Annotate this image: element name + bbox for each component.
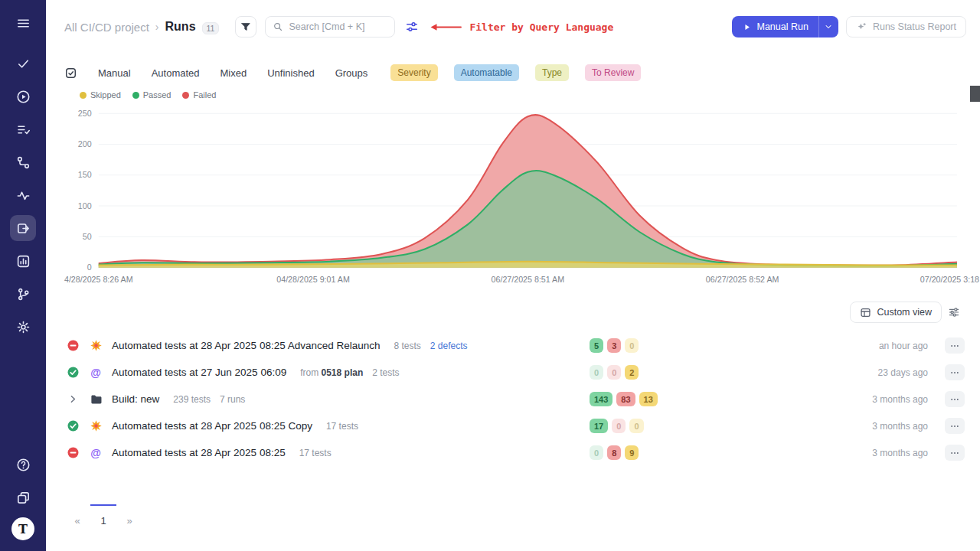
play-circle-icon (16, 90, 31, 104)
badge-green: 5 (590, 338, 603, 353)
run-title[interactable]: Automated tests at 28 Apr 2025 08:25 Cop… (112, 420, 312, 432)
runs-count-badge: 11 (202, 22, 220, 34)
sidebar-item-ci-runs[interactable] (10, 215, 36, 241)
result-badges: 089 (590, 445, 680, 460)
sidebar-item-runs[interactable] (10, 83, 36, 109)
export-icon (16, 221, 31, 236)
sidebar-item-tests[interactable] (10, 51, 36, 77)
search-input[interactable]: Search [Cmd + K] (265, 16, 395, 37)
badge-yellow: 13 (639, 392, 658, 406)
run-timestamp: 3 months ago (686, 421, 939, 432)
manual-run-dropdown-button[interactable] (818, 16, 838, 37)
sidebar-item-projects[interactable] (10, 484, 36, 510)
svg-text:200: 200 (78, 139, 92, 148)
manual-run-button[interactable]: Manual Run (732, 16, 818, 37)
sidebar-item-branches[interactable] (10, 281, 36, 307)
app-logo[interactable]: T (11, 517, 34, 540)
sidebar-item-menu[interactable] (10, 10, 36, 36)
manual-run-label: Manual Run (757, 21, 808, 32)
run-title[interactable]: Automated tests at 28 Apr 2025 08:25 Adv… (112, 340, 381, 351)
tab-mixed[interactable]: Mixed (220, 67, 247, 79)
svg-text:4/28/2025 8:26 AM: 4/28/2025 8:26 AM (64, 275, 133, 284)
defects-link[interactable]: 2 defects (430, 341, 468, 351)
svg-text:07/20/2025 3:18 PM: 07/20/2025 3:18 PM (920, 275, 980, 284)
custom-view-label: Custom view (877, 307, 932, 318)
badge-yellow: 0 (629, 419, 643, 433)
pagination: « 1 » (46, 504, 980, 527)
row-menu-button[interactable] (945, 337, 965, 354)
run-meta: 239 tests7 runs (173, 394, 583, 405)
sparkle-icon (856, 21, 867, 33)
select-runs-icon[interactable] (64, 67, 77, 80)
run-row[interactable]: Automated tests at 28 Apr 2025 08:25 Adv… (64, 332, 965, 359)
run-row[interactable]: Automated tests at 28 Apr 2025 08:25 Cop… (64, 412, 965, 439)
legend-skipped[interactable]: Skipped (80, 90, 121, 99)
pill-automatable[interactable]: Automatable (454, 64, 519, 81)
funnel-icon (240, 21, 252, 33)
run-title[interactable]: Automated tests at 28 Apr 2025 08:25 (112, 447, 286, 458)
scrollbar-thumb[interactable] (970, 86, 980, 102)
runs-list: Automated tests at 28 Apr 2025 08:25 Adv… (46, 332, 980, 466)
tab-manual[interactable]: Manual (98, 67, 131, 79)
row-menu-button[interactable] (945, 391, 965, 407)
tab-groups[interactable]: Groups (335, 67, 368, 79)
run-row[interactable]: @Automated tests at 28 Apr 2025 08:2517 … (64, 439, 965, 466)
breadcrumb-project[interactable]: All CI/CD project (64, 21, 149, 34)
sidebar-item-test-plans[interactable] (10, 116, 36, 142)
legend-passed[interactable]: Passed (132, 90, 172, 99)
arrow-left-icon (429, 22, 462, 32)
status-failed-icon (64, 339, 81, 352)
result-badges: 1438313 (590, 392, 680, 406)
pill-to-review[interactable]: To Review (585, 64, 641, 81)
pill-type[interactable]: Type (535, 64, 569, 81)
tab-unfinished[interactable]: Unfinished (267, 67, 314, 79)
custom-view-button[interactable]: Custom view (850, 302, 942, 323)
tab-automated[interactable]: Automated (152, 67, 200, 79)
row-menu-button[interactable] (945, 418, 965, 434)
bar-chart-icon (16, 254, 31, 269)
sidebar-item-integrations[interactable] (10, 149, 36, 175)
chart-legend: SkippedPassedFailed (80, 90, 960, 99)
sidebar-item-insights[interactable] (10, 182, 36, 208)
list-check-icon (16, 122, 31, 137)
view-settings-button[interactable] (945, 303, 963, 321)
breadcrumb-separator: › (155, 21, 159, 33)
play-icon (742, 22, 752, 32)
row-menu-button[interactable] (945, 445, 965, 461)
badge-green: 17 (590, 419, 608, 433)
query-language-filter-button[interactable] (403, 18, 420, 35)
filter-tabs-row: Manual Automated Mixed Unfinished Groups… (46, 54, 980, 89)
table-view-icon (860, 307, 871, 318)
expand-chevron-icon[interactable] (64, 393, 81, 406)
filter-button[interactable] (235, 16, 256, 37)
run-row[interactable]: @Automated tests at 27 Jun 2025 06:09fro… (64, 359, 965, 386)
legend-failed[interactable]: Failed (182, 90, 216, 99)
projects-icon (16, 491, 31, 505)
sidebar-item-settings[interactable] (10, 314, 36, 340)
badge-yellow: 0 (625, 338, 639, 353)
main-content: All CI/CD project › Runs 11 Search [Cmd … (46, 0, 980, 551)
flow-icon (16, 155, 31, 170)
run-row[interactable]: Build: new239 tests7 runs14383133 months… (64, 386, 965, 412)
run-title[interactable]: Automated tests at 27 Jun 2025 06:09 (112, 367, 286, 378)
activity-icon (16, 188, 31, 203)
run-title[interactable]: Build: new (112, 393, 159, 405)
runs-chart-section: SkippedPassedFailed 0501001502002504/28/… (46, 89, 980, 289)
pagination-last[interactable]: » (116, 504, 142, 527)
row-menu-button[interactable] (945, 364, 965, 380)
at-icon: @ (87, 447, 104, 459)
run-meta: 17 tests (326, 421, 583, 432)
badge-red: 0 (612, 419, 626, 433)
run-timestamp: 23 days ago (686, 367, 939, 378)
status-passed-icon (64, 419, 81, 432)
pill-severity[interactable]: Severity (390, 64, 437, 81)
search-placeholder: Search [Cmd + K] (289, 21, 364, 32)
legend-dot (80, 92, 87, 99)
pagination-page-1[interactable]: 1 (90, 504, 116, 527)
sidebar-item-help[interactable] (10, 452, 36, 478)
svg-text:0: 0 (87, 262, 92, 272)
runs-status-report-button[interactable]: Runs Status Report (846, 16, 966, 37)
status-failed-icon (64, 446, 81, 459)
sidebar-item-analytics[interactable] (10, 248, 36, 274)
pagination-first[interactable]: « (64, 504, 90, 527)
